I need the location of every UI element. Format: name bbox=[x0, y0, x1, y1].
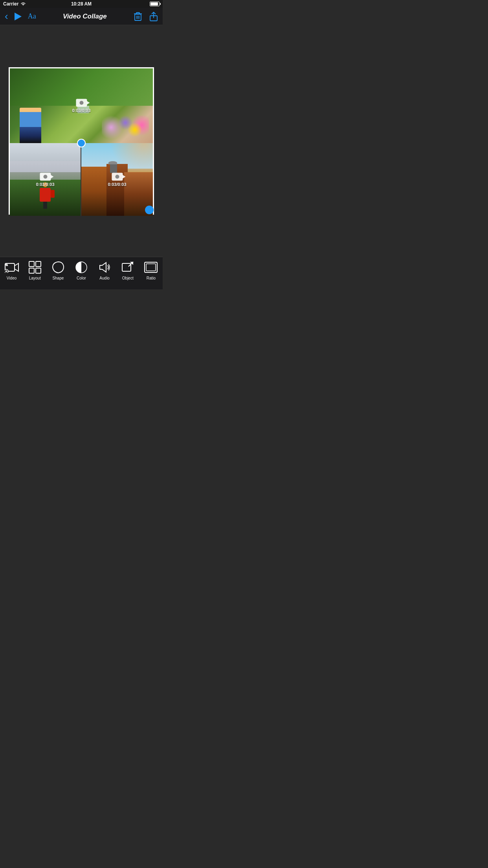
video-icon-bottom-left: 0:03/0:03 bbox=[36, 173, 54, 186]
video-cell-top[interactable]: 0:03/0:03 bbox=[10, 68, 153, 143]
back-button[interactable]: ‹ bbox=[5, 10, 8, 22]
status-bar: Carrier 10:28 AM bbox=[0, 0, 163, 8]
battery-icon bbox=[150, 2, 160, 6]
svg-rect-26 bbox=[146, 264, 156, 271]
flowers-visual bbox=[102, 116, 149, 139]
svg-rect-22 bbox=[122, 263, 131, 271]
divider-handle[interactable] bbox=[77, 139, 86, 147]
nav-right-group bbox=[134, 12, 158, 21]
toolbar-item-ratio[interactable]: Ratio bbox=[139, 260, 163, 280]
camera-icon-bottom-right bbox=[112, 173, 123, 180]
delete-button[interactable] bbox=[134, 12, 142, 21]
video-time-top: 0:03/0:03 bbox=[72, 108, 90, 113]
camera-icon-bottom-left bbox=[40, 173, 51, 180]
svg-rect-17 bbox=[36, 261, 41, 267]
status-left: Carrier bbox=[3, 1, 26, 7]
font-button[interactable]: Aa bbox=[28, 12, 36, 20]
svg-marker-10 bbox=[15, 263, 18, 271]
buildings-visual bbox=[81, 161, 153, 216]
top-navigation: ‹ Aa Video Collage bbox=[0, 8, 163, 25]
toolbar-label-object: Object bbox=[122, 276, 134, 280]
status-right bbox=[150, 2, 160, 6]
toolbar-item-audio[interactable]: Audio bbox=[93, 260, 116, 280]
trash-icon bbox=[134, 12, 142, 21]
camera-lens-bottom-right bbox=[115, 175, 119, 178]
toolbar-icon-shape bbox=[51, 260, 65, 274]
toolbar-label-ratio: Ratio bbox=[147, 276, 156, 280]
share-icon bbox=[149, 12, 158, 21]
nav-title: Video Collage bbox=[63, 13, 107, 20]
person-visual-top bbox=[20, 108, 41, 143]
toolbar-icon-color bbox=[74, 260, 88, 274]
toolbar-item-layout[interactable]: Layout bbox=[23, 260, 46, 280]
svg-marker-21 bbox=[100, 263, 106, 272]
toolbar-icon-ratio bbox=[144, 260, 158, 274]
toolbar-item-object[interactable]: Object bbox=[116, 260, 139, 280]
carrier-label: Carrier bbox=[3, 1, 18, 7]
camera-lens-top bbox=[79, 101, 83, 105]
color-toolbar-icon bbox=[75, 261, 88, 274]
toolbar-icon-layout bbox=[28, 260, 42, 274]
wifi-icon bbox=[20, 2, 26, 6]
svg-rect-3 bbox=[136, 13, 139, 14]
layout-toolbar-icon bbox=[29, 261, 41, 274]
toolbar-label-audio: Audio bbox=[99, 276, 110, 280]
toolbar-item-color[interactable]: Color bbox=[70, 260, 93, 280]
collage-bottom-row: 0:03/0:03 bbox=[10, 143, 153, 216]
toolbar-icon-audio bbox=[97, 260, 112, 274]
audio-toolbar-icon bbox=[98, 261, 111, 274]
bottom-toolbar: Video Layout Shape bbox=[0, 257, 163, 289]
svg-rect-19 bbox=[36, 268, 41, 273]
toolbar-label-color: Color bbox=[77, 276, 86, 280]
camera-icon-top bbox=[76, 99, 87, 107]
play-button[interactable] bbox=[15, 13, 22, 20]
video-cell-bottom-left[interactable]: 0:03/0:03 bbox=[10, 143, 81, 216]
ratio-toolbar-icon bbox=[144, 262, 158, 273]
video-cell-bottom-right[interactable]: 0:03/0:03 bbox=[81, 143, 153, 216]
video-icon-bottom-right: 0:03/0:03 bbox=[108, 173, 126, 186]
canvas-area: 0:03/0:03 bbox=[0, 25, 163, 257]
status-time: 10:28 AM bbox=[71, 1, 92, 7]
svg-marker-0 bbox=[15, 13, 22, 20]
toolbar-label-video: Video bbox=[7, 276, 17, 280]
toolbar-label-layout: Layout bbox=[29, 276, 41, 280]
object-toolbar-icon bbox=[121, 261, 134, 274]
video-time-bottom-left: 0:03/0:03 bbox=[36, 182, 54, 186]
video-toolbar-icon bbox=[5, 262, 19, 273]
collage-wrapper[interactable]: 0:03/0:03 bbox=[9, 67, 154, 215]
share-button[interactable] bbox=[149, 12, 158, 21]
toolbar-label-shape: Shape bbox=[52, 276, 64, 280]
camera-lens-bottom-left bbox=[43, 175, 47, 178]
video-time-bottom-right: 0:03/0:03 bbox=[108, 182, 126, 186]
toolbar-item-shape[interactable]: Shape bbox=[46, 260, 70, 280]
toolbar-item-video[interactable]: Video bbox=[0, 260, 23, 280]
shape-toolbar-icon bbox=[52, 261, 64, 274]
svg-rect-16 bbox=[29, 261, 34, 267]
toolbar-icon-video bbox=[5, 260, 19, 274]
toolbar-icon-object bbox=[121, 260, 135, 274]
video-icon-top: 0:03/0:03 bbox=[72, 99, 90, 113]
nav-left-group: ‹ Aa bbox=[5, 10, 36, 22]
corner-resize-handle[interactable] bbox=[145, 206, 154, 214]
svg-rect-18 bbox=[29, 268, 34, 273]
